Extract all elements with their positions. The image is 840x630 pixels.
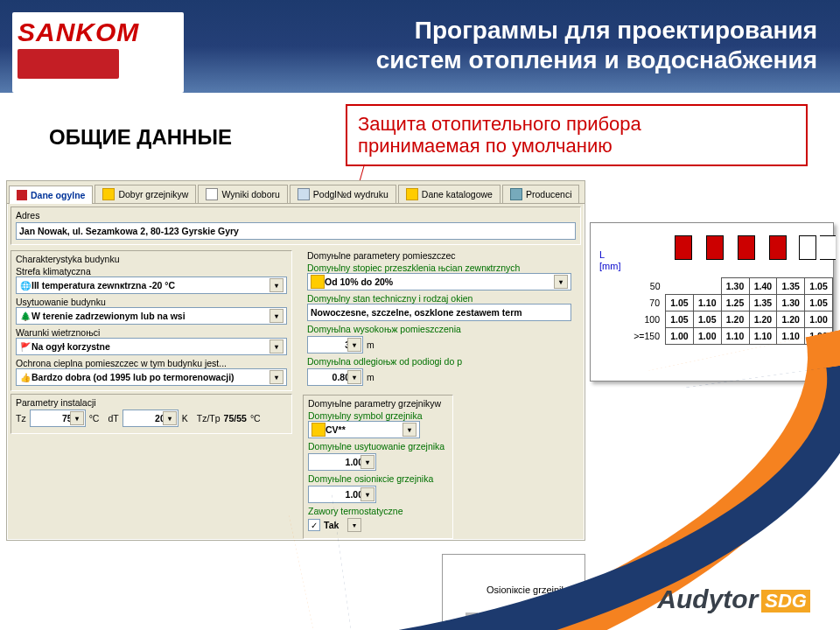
floor-distance-label: Domyњlna odlegіoњж od podіogi do p: [307, 356, 571, 367]
preview-icon: [298, 188, 310, 200]
chevron-down-icon: ▾: [360, 487, 374, 501]
rad-shield-input[interactable]: 1.00▾: [308, 486, 376, 503]
coeff-axis-label: L[mm]: [599, 249, 620, 272]
row-label: 100: [631, 312, 666, 328]
radiator-defaults-group: Domyњlne parametry grzejnikуw Domyњlny s…: [303, 395, 453, 539]
glazing-label: Domyњlny stopieс przeszklenia њcian zewn…: [307, 262, 571, 273]
coeff-cell: 1.35: [777, 278, 805, 295]
header: SANKOM Программы для проектирования сист…: [0, 0, 840, 93]
group-label: Domyњlne parametery pomieszczeс: [307, 250, 571, 261]
dt-unit: K: [182, 413, 188, 424]
installation-params-group: Parametry instalacji Tz 75▾ °C dT 20▾ K …: [10, 394, 292, 434]
tab-dane-katalogowe[interactable]: Dane katalogowe: [398, 185, 500, 203]
insulation-label: Ochrona cieplna pomieszczeс w tym budynk…: [16, 358, 287, 368]
location-label: Usytuowanie budynku: [16, 297, 287, 307]
tab-bar: Dane ogуlne Dobуr grzejnikуw Wyniki dobo…: [7, 181, 584, 204]
tab-podglad-wydruku[interactable]: Podgl№d wydruku: [290, 185, 396, 203]
row-label: 50: [631, 278, 666, 295]
results-icon: [206, 188, 218, 200]
coeff-cell: 1.00: [805, 312, 833, 328]
chevron-down-icon: ▾: [347, 518, 361, 532]
tree-icon: 🌲: [19, 310, 32, 322]
coeff-cell: 1.25: [721, 295, 749, 312]
floor-distance-input[interactable]: 0.80▾: [307, 368, 363, 386]
windows-select[interactable]: Nowoczesne, szczelne, oszklone zestawem …: [307, 304, 571, 321]
dt-input[interactable]: 20▾: [122, 410, 178, 427]
tab-producenci[interactable]: Producenci: [502, 185, 580, 203]
coeff-cell: 1.00: [693, 328, 721, 345]
radiator-icon: [312, 423, 326, 437]
coeff-cell: 1.10: [693, 295, 721, 312]
building-characteristics-group: Charakterystyka budynku Strefa klimatycz…: [10, 250, 292, 391]
group-label: Domyњlne parametry grzejnikуw: [308, 398, 448, 409]
producers-icon: [510, 188, 522, 200]
coeff-cell: 1.05: [693, 312, 721, 328]
windows-label: Domyњlny stan techniczny i rodzaj okien: [307, 293, 571, 304]
home-icon: [17, 190, 27, 200]
group-label: Charakterystyka budynku: [16, 254, 287, 264]
address-field[interactable]: Jan Nowak, ul. Sezamkowa 2, 80-123 Gуrsk…: [16, 222, 576, 240]
vis-label: Osіoniкcie grzejnika.: [486, 584, 574, 595]
insulation-select[interactable]: 👍Bardzo dobra (od 1995 lub po termorenow…: [16, 368, 287, 386]
coeff-cell: 1.05: [805, 278, 833, 295]
section-heading: ОБЩИЕ ДАННЫЕ: [49, 125, 232, 150]
rad-symbol-label: Domyњlny symbol grzejnika: [308, 410, 448, 421]
rad-shield-label: Domyњlne osіoniкcie grzejnika: [308, 473, 448, 484]
ratio-value: 75/55: [224, 413, 247, 424]
shielding-coefficients-popup: L[mm] 501.301.401.351.05 701.051.101.251…: [590, 222, 834, 382]
coeff-cell: 1.05: [666, 312, 694, 328]
room-height-label: Domyњlna wysokoњж pomieszczenia: [307, 324, 571, 334]
glazing-icon: [311, 275, 325, 289]
coeff-cell: 1.05: [805, 295, 833, 312]
tab-wyniki-doboru[interactable]: Wyniki doboru: [198, 185, 287, 203]
page-title: Программы для проектирования систем отоп…: [376, 16, 817, 74]
coeff-cell: 1.10: [749, 328, 777, 345]
coeff-cell: 1.10: [777, 328, 805, 345]
radiator-variant-icon: [764, 230, 790, 263]
wall-icon: [466, 612, 478, 630]
coeff-cell: 1.40: [749, 278, 777, 295]
general-data-dialog: Dane ogуlne Dobуr grzejnikуw Wyniki dobo…: [6, 180, 585, 541]
row-label: 70: [631, 295, 666, 312]
address-group: Adres Jan Nowak, ul. Sezamkowa 2, 80-123…: [10, 206, 581, 245]
chevron-down-icon: ▾: [402, 423, 416, 437]
radiator-icon: [102, 188, 115, 200]
chevron-down-icon: ▾: [270, 370, 284, 384]
audytor-brand: AudytorSDG: [657, 584, 810, 614]
coeff-cell: 1.10: [721, 328, 749, 345]
globe-icon: 🌐: [19, 279, 32, 291]
climate-zone-label: Strefa klimatyczna: [16, 266, 287, 276]
tz-input[interactable]: 75▾: [30, 410, 86, 427]
coeff-cell: 1.20: [721, 312, 749, 328]
coeff-cell: 1.20: [777, 312, 805, 328]
coeff-cell: 1.30: [721, 278, 749, 295]
radiator-visualization: Osіoniкcie grzejnika.: [442, 554, 585, 630]
chevron-down-icon: ▾: [163, 411, 177, 425]
thermo-valve-checkbox[interactable]: ✓: [308, 519, 320, 531]
chevron-down-icon: ▾: [347, 338, 361, 352]
tab-dane-ogolne[interactable]: Dane ogуlne: [9, 186, 93, 204]
chevron-down-icon: ▾: [270, 278, 284, 292]
coeff-cell: 1.00: [666, 328, 694, 345]
unit-m: m: [367, 340, 374, 350]
radiator-variant-icon: [732, 230, 759, 263]
climate-zone-select[interactable]: 🌐III temperatura zewnкtrzna -20 °C▾: [16, 276, 287, 294]
rad-symbol-select[interactable]: CV**▾: [308, 421, 420, 438]
room-height-input[interactable]: 3▾: [307, 336, 363, 354]
ratio-label: Tz/Tp: [197, 413, 220, 424]
glazing-select[interactable]: Od 10% do 20%▾: [307, 273, 571, 290]
thermo-valve-label: Zawory termostatyczne: [308, 506, 448, 516]
coeff-cell: 1.20: [749, 312, 777, 328]
chevron-down-icon: ▾: [70, 411, 84, 425]
coeff-cell: 1.35: [749, 295, 777, 312]
callout-box: Защита отопительного прибора принимаемая…: [346, 104, 808, 166]
chevron-down-icon: ▾: [270, 340, 284, 354]
location-select[interactable]: 🌲W terenie zadrzewionym lub na wsi▾: [16, 307, 287, 325]
wind-select[interactable]: 🚩Na ogуł korzystne▾: [16, 338, 287, 355]
tab-dobor-grzejnikow[interactable]: Dobуr grzejnikуw: [94, 185, 196, 203]
coeff-cell: 1.30: [777, 295, 805, 312]
radiator-variant-icon: [815, 230, 840, 263]
coeff-cell: 1.05: [666, 295, 694, 312]
rad-position-input[interactable]: 1.00▾: [308, 453, 376, 471]
tz-unit: °C: [89, 413, 100, 424]
